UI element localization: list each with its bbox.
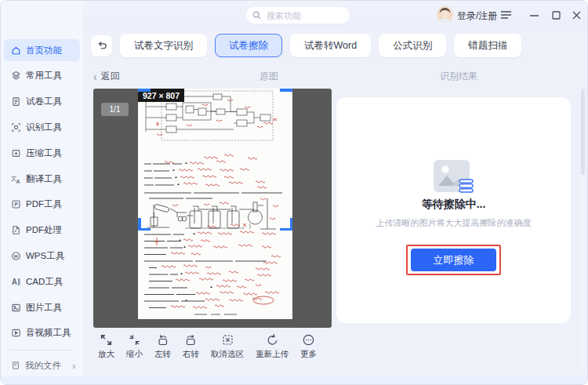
svg-text:W: W xyxy=(14,254,19,259)
svg-text:A: A xyxy=(12,278,17,286)
sidebar-item-image-tools[interactable]: 图片工具 xyxy=(4,296,80,318)
annotation-highlight-box: 立即擦除 xyxy=(406,245,501,275)
sidebar-item-label: PDF处理 xyxy=(26,224,62,236)
tab-exam-to-word[interactable]: 试卷转Word xyxy=(290,34,371,57)
sidebar: 首页功能 常用工具 试卷工具 识别工具 压缩工具 文A 翻译工具 P PDF工具 xyxy=(1,1,83,385)
tab-exam-text-ocr[interactable]: 试卷文字识别 xyxy=(120,34,207,57)
search-input[interactable] xyxy=(265,10,336,21)
cad-icon: A xyxy=(11,277,21,287)
recognition-result-title: 识别结果 xyxy=(440,70,477,83)
menu-icon[interactable] xyxy=(498,7,514,23)
crop-handle-bottom-left[interactable] xyxy=(138,228,151,231)
sidebar-item-label: CAD工具 xyxy=(26,276,63,288)
pdf-icon: P xyxy=(11,199,21,209)
sidebar-item-label: WPS工具 xyxy=(26,250,64,262)
tab-label: 试卷文字识别 xyxy=(134,39,193,53)
rotate-left-button[interactable]: 左转 xyxy=(154,333,171,360)
tool-label: 缩小 xyxy=(126,349,143,360)
tab-label: 错题扫描 xyxy=(468,39,507,53)
sidebar-item-exam-tools[interactable]: 试卷工具 xyxy=(4,91,80,113)
tab-label: 公式识别 xyxy=(393,39,432,53)
tab-formula-ocr[interactable]: 公式识别 xyxy=(379,34,446,57)
sidebar-item-cad-tools[interactable]: A CAD工具 xyxy=(4,271,80,292)
tool-label: 左转 xyxy=(154,349,171,360)
search-bar[interactable] xyxy=(246,7,350,24)
tool-label: 重新上传 xyxy=(256,349,289,360)
my-files-label: 我的文件 xyxy=(25,360,61,372)
cancel-selection-button[interactable]: 取消选区 xyxy=(211,333,244,360)
close-button[interactable] xyxy=(568,7,584,23)
scrollbar-track[interactable] xyxy=(581,89,585,369)
tab-wrong-question-scan[interactable]: 错题扫描 xyxy=(454,34,521,57)
erase-now-button[interactable]: 立即擦除 xyxy=(411,249,496,271)
reupload-button[interactable]: 重新上传 xyxy=(256,333,289,360)
sidebar-item-label: 压缩工具 xyxy=(26,147,62,159)
title-bar: 拍试卷 登录/注册 xyxy=(1,1,587,29)
translate-icon: 文A xyxy=(11,174,21,184)
exam-paper-image[interactable] xyxy=(138,89,292,319)
back-label: 返回 xyxy=(101,70,120,83)
preview-toolbar: 放大 缩小 左转 右转 取消选区 重新上传 更多 xyxy=(98,333,317,360)
tool-label: 右转 xyxy=(183,349,199,360)
sidebar-item-label: 常用工具 xyxy=(26,70,62,82)
tab-label: 试卷擦除 xyxy=(229,39,268,53)
page-indicator-badge: 1/1 xyxy=(101,103,129,116)
sidebar-item-label: 试卷工具 xyxy=(26,96,62,107)
rotate-right-button[interactable]: 右转 xyxy=(183,333,199,360)
sidebar-item-label: 音视频工具 xyxy=(26,327,71,339)
more-button[interactable]: 更多 xyxy=(300,333,317,360)
sidebar-item-pdf-process[interactable]: PDF处理 xyxy=(4,220,80,242)
tab-exam-erase[interactable]: 试卷擦除 xyxy=(215,34,282,57)
sidebar-item-label: 图片工具 xyxy=(26,302,62,314)
sidebar-item-label: PDF工具 xyxy=(26,198,62,210)
crop-handle-top-left[interactable] xyxy=(138,89,151,92)
crop-handle-bottom-right[interactable] xyxy=(280,228,292,231)
sidebar-item-wps-tools[interactable]: W WPS工具 xyxy=(4,245,80,267)
image-tool-icon xyxy=(11,303,21,313)
login-register-link[interactable]: 登录/注册 xyxy=(457,9,497,23)
sidebar-item-translate-tools[interactable]: 文A 翻译工具 xyxy=(4,168,80,190)
home-icon xyxy=(11,45,21,56)
sidebar-divider xyxy=(9,350,74,350)
undo-button[interactable] xyxy=(91,35,112,56)
layers-icon xyxy=(11,71,21,81)
media-icon xyxy=(11,328,21,338)
reupload-icon xyxy=(266,333,279,347)
search-icon xyxy=(252,11,261,20)
sidebar-item-compress-tools[interactable]: 压缩工具 xyxy=(4,142,80,164)
undo-icon xyxy=(96,40,107,51)
zoom-out-icon xyxy=(128,333,141,347)
zoom-out-button[interactable]: 缩小 xyxy=(126,333,143,360)
status-text: 等待擦除中... xyxy=(336,198,571,212)
sidebar-item-media-tools[interactable]: 音视频工具 xyxy=(4,322,80,344)
exam-doc-icon xyxy=(11,96,21,107)
file-icon xyxy=(11,361,20,370)
original-image-title: 原图 xyxy=(260,70,278,83)
svg-text:P: P xyxy=(14,202,18,207)
sidebar-item-home[interactable]: 首页功能 xyxy=(4,39,80,61)
app-window: 拍试卷 登录/注册 xyxy=(0,0,588,385)
sidebar-item-pdf-tools[interactable]: P PDF工具 xyxy=(4,194,80,216)
back-link[interactable]: ‹ 返回 xyxy=(93,70,120,83)
erase-layers-icon xyxy=(459,179,474,196)
maximize-button[interactable] xyxy=(548,7,564,23)
scan-icon xyxy=(11,122,21,133)
minimize-button[interactable] xyxy=(526,7,542,23)
sidebar-item-common-tools[interactable]: 常用工具 xyxy=(4,65,80,87)
sidebar-item-my-files[interactable]: 我的文件 › xyxy=(4,354,80,376)
crop-handle-top-right[interactable] xyxy=(280,89,292,92)
svg-text:A: A xyxy=(16,179,20,184)
rotate-left-icon xyxy=(156,333,169,347)
tool-label: 放大 xyxy=(98,349,114,360)
recognition-result-card: 等待擦除中... 上传清晰的图片将大大提高擦除的准确度 立即擦除 xyxy=(336,97,571,323)
scrollbar-thumb[interactable] xyxy=(581,89,585,175)
hint-text: 上传清晰的图片将大大提高擦除的准确度 xyxy=(336,217,571,229)
zoom-in-button[interactable]: 放大 xyxy=(98,333,114,360)
avatar[interactable] xyxy=(437,6,453,23)
chevron-right-icon: › xyxy=(72,360,75,372)
compress-icon xyxy=(11,148,21,158)
tool-label: 更多 xyxy=(300,349,317,360)
sidebar-item-recognition-tools[interactable]: 识别工具 xyxy=(4,116,80,138)
window-footer-strip xyxy=(1,376,587,384)
tool-label: 取消选区 xyxy=(211,349,244,360)
